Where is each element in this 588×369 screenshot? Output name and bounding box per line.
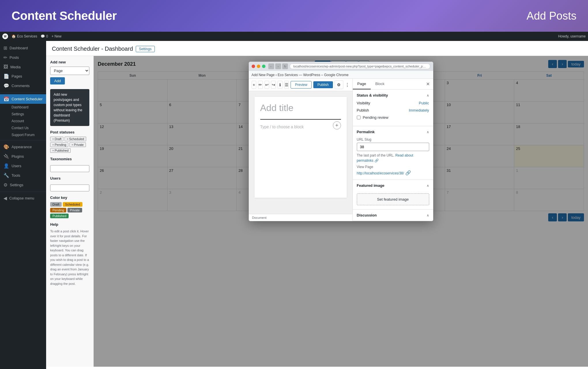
browser-maximize-dot[interactable]	[262, 65, 265, 68]
view-page-link[interactable]: http://localhost/ecoservices/38/	[357, 171, 404, 175]
settings-gear-btn[interactable]: ⚙	[335, 80, 343, 89]
type-placeholder[interactable]: Type / to choose a block	[260, 125, 304, 129]
permalink-title: Permalink	[357, 130, 375, 134]
permalink-section: Permalink ∧ URL Slug The last part of th…	[353, 126, 433, 180]
color-badge-published: Published	[50, 214, 69, 218]
browser-back-btn[interactable]: ←	[268, 63, 274, 69]
add-block-toolbar-btn[interactable]: +	[252, 81, 257, 89]
taxonomies-input[interactable]	[50, 165, 89, 172]
pending-review-checkbox[interactable]	[357, 116, 361, 119]
sidebar-divider-3	[0, 191, 46, 192]
status-tag-pending[interactable]: ×Pending	[50, 142, 68, 147]
browser-url-bar[interactable]: localhost/ecoservices/wp-admin/post-new.…	[290, 63, 430, 69]
sidebar-item-cs-contact[interactable]: Contact Us	[8, 125, 46, 131]
site-name-link[interactable]: 🏠 Eco Services	[12, 34, 37, 38]
sidebar-collapse-menu[interactable]: ◀ Collapse menu	[0, 193, 46, 203]
status-visibility-title: Status & visibility	[357, 93, 388, 97]
add-button[interactable]: Add	[50, 77, 65, 84]
sidebar-item-comments[interactable]: 💬 Comments	[0, 81, 46, 91]
sidebar-item-pages[interactable]: 📄 Pages	[0, 71, 46, 81]
settings-badge-btn[interactable]: Settings	[136, 46, 154, 52]
redo-btn[interactable]: ↪	[271, 81, 276, 89]
sidebar-item-posts[interactable]: ✏ Posts	[0, 53, 46, 62]
dashboard-page: Content Scheduler - Dashboard Settings A…	[46, 41, 588, 369]
comments-icon: 💬	[41, 34, 45, 38]
sidebar-item-cs-dashboard[interactable]: Dashboard	[8, 104, 46, 111]
add-new-select[interactable]: Page Post	[50, 67, 89, 75]
publish-btn[interactable]: Publish	[313, 81, 333, 88]
premium-tooltip: Add new posts/pages and custom post type…	[50, 89, 89, 126]
publish-value[interactable]: Immediately	[409, 108, 429, 112]
home-icon: 🏠	[12, 34, 16, 38]
comments-link[interactable]: 💬 0	[41, 34, 48, 38]
sidebar-item-cs-account[interactable]: Account	[8, 118, 46, 125]
undo-btn[interactable]: ↩	[265, 81, 270, 89]
browser-minimize-dot[interactable]	[257, 65, 260, 68]
discussion-header[interactable]: Discussion ∧	[353, 210, 433, 221]
status-visibility-section: Status & visibility ∧ Visibility Public	[353, 90, 433, 126]
browser-forward-btn[interactable]: →	[275, 63, 281, 69]
info-btn[interactable]: ℹ	[278, 81, 282, 89]
sidebar-item-plugins[interactable]: 🔌 Plugins	[0, 152, 46, 161]
content-area: Content Scheduler - Dashboard Settings A…	[46, 41, 588, 369]
dashboard-header: Content Scheduler - Dashboard Settings	[46, 41, 588, 56]
wp-sidebar: ⊞ Dashboard ✏ Posts 🖼 Media 📄 Pages 💬 Co…	[0, 41, 46, 369]
calendar-area: December 2021 month week day list ‹ › to…	[94, 56, 588, 367]
color-badge-scheduled: Scheduled	[63, 202, 82, 207]
permalink-header[interactable]: Permalink ∧	[353, 126, 433, 138]
panel-tab-page[interactable]: Page	[353, 79, 371, 89]
left-panel: Add new Page Post Add Add new posts/page…	[46, 56, 94, 367]
preview-btn[interactable]: Preview	[291, 81, 312, 89]
panel-tabs-header: Page Block ✕	[353, 79, 433, 90]
color-key-title: Color key	[50, 195, 89, 200]
status-visibility-header[interactable]: Status & visibility ∧	[353, 90, 433, 101]
status-tag-private[interactable]: ×Private	[69, 142, 86, 147]
content-scheduler-submenu: Dashboard Settings Account Contact Us Su…	[0, 104, 46, 138]
dashboard-body: Add new Page Post Add Add new posts/page…	[46, 56, 588, 367]
editor-canvas[interactable]: Add title Type / to choose a block +	[255, 97, 347, 198]
featured-image-header[interactable]: Featured image ∧	[353, 180, 433, 191]
status-tag-scheduled[interactable]: ×Scheduled	[65, 137, 86, 141]
more-options-btn[interactable]: ⋮	[345, 82, 350, 88]
panel-tab-block[interactable]: Block	[371, 79, 389, 89]
sidebar-divider-1	[0, 92, 46, 93]
users-input[interactable]	[50, 184, 89, 191]
status-tag-draft[interactable]: ×Draft	[50, 137, 63, 141]
add-block-inline-btn[interactable]: +	[333, 121, 341, 129]
sidebar-item-appearance[interactable]: 🎨 Appearance	[0, 142, 46, 152]
status-tags-container: ×Draft ×Scheduled ×Pending ×Private ×Pub…	[50, 137, 89, 153]
browser-close-dot[interactable]	[252, 65, 255, 68]
editor-toolbar: + ✏ ↩ ↪ ℹ ☰ Preview Publish	[249, 79, 353, 91]
sidebar-item-cs-settings[interactable]: Settings	[8, 111, 46, 118]
sidebar-item-cs-support[interactable]: Support Forum	[8, 131, 46, 138]
color-badges-container: Draft Scheduled Pending Private Publishe…	[50, 202, 89, 218]
browser-refresh-btn[interactable]: ↻	[282, 63, 288, 69]
sidebar-item-media[interactable]: 🖼 Media	[0, 62, 46, 71]
appearance-icon: 🎨	[3, 144, 9, 150]
url-slug-input[interactable]	[357, 143, 429, 151]
tools-toolbar-btn[interactable]: ✏	[258, 81, 263, 89]
status-tag-published[interactable]: ×Published	[50, 148, 71, 153]
set-featured-image-btn[interactable]: Set featured image	[357, 193, 429, 205]
browser-title-bar: Add New Page ‹ Eco Services — WordPress …	[249, 71, 433, 79]
visibility-value[interactable]: Public	[419, 101, 429, 105]
sidebar-item-settings[interactable]: ⚙ Settings	[0, 180, 46, 190]
sidebar-item-users[interactable]: 👤 Users	[0, 161, 46, 171]
browser-chrome: ← → ↻ localhost/ecoservices/wp-admin/pos…	[249, 62, 433, 71]
panel-close-btn[interactable]: ✕	[423, 79, 433, 89]
settings-icon: ⚙	[3, 182, 7, 188]
editor-footer: Document	[249, 214, 353, 221]
posts-icon: ✏	[3, 55, 7, 60]
read-about-permalinks-link[interactable]: Read about permalinks	[357, 153, 413, 163]
view-page-label: View Page	[357, 165, 429, 169]
visibility-row: Visibility Public	[357, 101, 429, 105]
new-content-link[interactable]: + New	[52, 34, 61, 38]
add-title-placeholder[interactable]: Add title	[260, 103, 341, 113]
sidebar-item-dashboard[interactable]: ⊞ Dashboard	[0, 43, 46, 53]
wp-logo-icon[interactable]: W	[2, 33, 8, 39]
sidebar-item-content-scheduler[interactable]: 📅 Content Scheduler	[0, 94, 46, 104]
sidebar-item-tools[interactable]: 🔧 Tools	[0, 171, 46, 180]
users-icon: 👤	[3, 163, 9, 169]
color-badge-draft: Draft	[50, 202, 62, 207]
list-view-btn[interactable]: ☰	[284, 81, 289, 89]
